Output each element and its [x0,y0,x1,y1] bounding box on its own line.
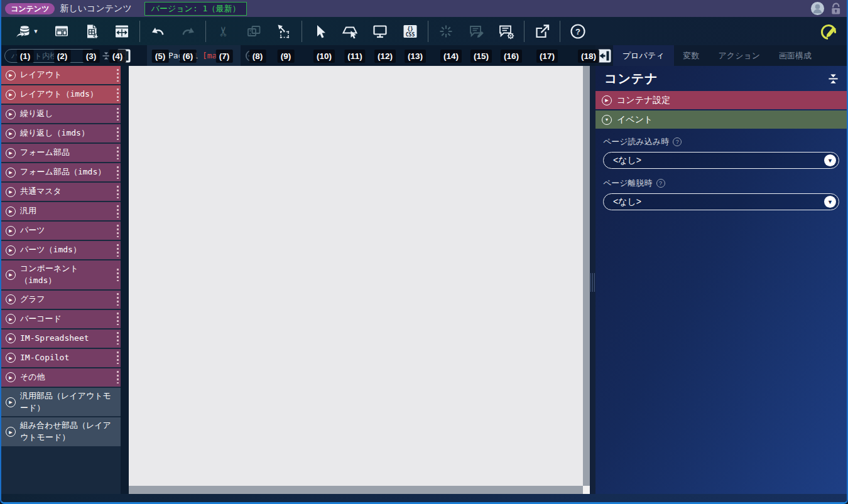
palette-category-common-master[interactable]: ▶ 共通マスタ [1,183,121,201]
save-dropdown-caret[interactable]: ▼ [33,28,39,35]
help-button[interactable]: ? [567,20,589,43]
palette-category-general-layoutmode[interactable]: ▶ 汎用部品（レイアウトモード） [1,388,121,417]
drag-handle[interactable] [117,293,119,306]
app-window: コンテンツ 新しいコンテンツ バージョン: 1（最新） [0,0,848,504]
palette-category-repeat-imds[interactable]: ▶ 繰り返し（imds） [1,124,121,142]
drag-handle[interactable] [117,371,119,383]
display-preview-button[interactable] [369,20,391,43]
toolbar-separator [428,21,428,42]
copy-button[interactable] [242,20,265,43]
panel-resize-grip[interactable] [590,273,595,292]
version-badge: バージョン: 1（最新） [144,2,247,16]
design-canvas[interactable] [129,66,583,486]
document-title: 新しいコンテンツ [60,3,131,14]
drag-handle[interactable] [117,225,119,237]
drag-handle[interactable] [117,205,119,218]
annotation-marker: (16) [501,50,522,63]
palette-category-combined-layoutmode[interactable]: ▶ 組み合わせ部品（レイアウトモード） [1,417,121,446]
paste-extract-button[interactable] [273,20,295,43]
drag-handle[interactable] [117,127,119,140]
tab-screen-structure[interactable]: 画面構成 [769,45,821,66]
annotation-marker: (12) [374,50,396,63]
annotation-marker: (11) [344,50,365,63]
user-avatar-icon[interactable] [810,1,825,16]
palette-category-barcode[interactable]: ▶ バーコード [1,310,121,328]
panel-resize-strip[interactable] [590,66,595,494]
palette-category-im-spreadsheet[interactable]: ▶ IM-Spreadsheet [1,330,121,348]
palette-category-parts[interactable]: ▶ パーツ [1,222,121,240]
export-document-button[interactable] [80,20,103,43]
palette-category-general[interactable]: ▶ 汎用 [1,202,121,220]
help-icon[interactable]: ? [656,179,665,188]
drag-handle[interactable] [117,332,119,345]
svg-text:CSS: CSS [406,31,415,37]
drag-handle[interactable] [117,313,119,325]
palette-category-form-parts-imds[interactable]: ▶ フォーム部品（imds） [1,163,121,181]
unlock-icon[interactable] [830,2,842,16]
drag-handle[interactable] [117,351,119,364]
help-icon[interactable]: ? [673,137,682,146]
tab-actions[interactable]: アクション [709,45,770,66]
comment-settings-button[interactable] [495,20,518,43]
vertical-scrollbar[interactable] [583,66,590,486]
tab-variables[interactable]: 変数 [674,45,709,66]
drag-handle[interactable] [117,69,119,82]
expand-arrow-icon: ▶ [6,109,16,119]
palette-category-parts-imds[interactable]: ▶ パーツ（imds） [1,241,121,259]
expand-arrow-icon: ▶ [6,206,16,217]
expand-arrow-icon: ▶ [6,70,16,80]
palette-category-other[interactable]: ▶ その他 [1,368,121,387]
drag-handle[interactable] [117,108,119,121]
expand-arrow-icon: ▶ [6,187,16,197]
ai-sparkle-button[interactable] [435,20,457,43]
drag-handle[interactable] [117,186,119,198]
redo-button[interactable] [177,20,199,43]
section-events[interactable]: ▼ イベント [595,110,847,129]
palette-category-im-copilot[interactable]: ▶ IM-Copilot [1,349,121,367]
palette-category-form-parts[interactable]: ▶ フォーム部品 [1,144,121,162]
select-cursor-button[interactable] [308,20,331,43]
drag-handle[interactable] [117,166,119,179]
preview-select-button[interactable] [339,20,361,43]
palette-category-graph[interactable]: ▶ グラフ [1,291,121,309]
expand-arrow-icon: ▶ [6,314,16,324]
annotation-marker: (1) [17,50,34,63]
save-database-button[interactable]: ▼ [10,20,43,43]
collapse-all-sections-icon[interactable] [827,73,839,85]
cut-button[interactable]: ✂ [212,20,235,43]
page-load-select[interactable]: <なし> ▼ [603,152,839,169]
expand-arrow-icon: ▶ [6,129,16,139]
title-bar: コンテンツ 新しいコンテンツ バージョン: 1（最新） [1,0,847,17]
toolbar-separator [524,21,525,42]
horizontal-scrollbar[interactable] [129,486,583,494]
drag-handle[interactable] [117,244,119,257]
layout-preview-button[interactable] [50,20,73,43]
drag-handle[interactable] [117,88,119,101]
palette-category-components-imds[interactable]: ▶ コンポーネント（imds） [1,260,121,289]
comment-edit-button[interactable] [465,20,487,43]
annotation-marker: (15) [470,50,492,63]
collapse-arrow-icon: ▼ [602,115,612,125]
annotation-marker: (18) [578,50,599,63]
undo-button[interactable] [146,20,169,43]
drag-handle[interactable] [117,147,119,159]
scrollbar-corner [583,486,590,494]
page-leave-select[interactable]: <なし> ▼ [603,193,839,210]
css-editor-button[interactable]: {} CSS [399,20,421,43]
drag-handle[interactable] [117,269,119,281]
toolbar-separator [560,21,560,42]
open-external-button[interactable] [531,20,553,43]
palette-category-layout-imds[interactable]: ▶ レイアウト（imds） [1,85,121,104]
selected-element-title: コンテナ [604,70,658,87]
annotation-marker: (6) [180,50,197,63]
section-container-settings[interactable]: ▶ コンテナ設定 [595,91,847,109]
expand-arrow-icon: ▶ [6,294,16,304]
edit-mode-pencil-icon[interactable] [818,20,840,43]
expand-arrow-icon: ▶ [6,270,16,280]
svg-text:{}: {} [407,26,413,31]
annotation-marker: (4) [109,50,126,63]
palette-category-repeat[interactable]: ▶ 繰り返し [1,105,121,123]
window-width-button[interactable] [111,20,133,43]
palette-category-layout[interactable]: ▶ レイアウト [1,66,121,84]
tab-properties[interactable]: プロパティ [613,45,674,66]
